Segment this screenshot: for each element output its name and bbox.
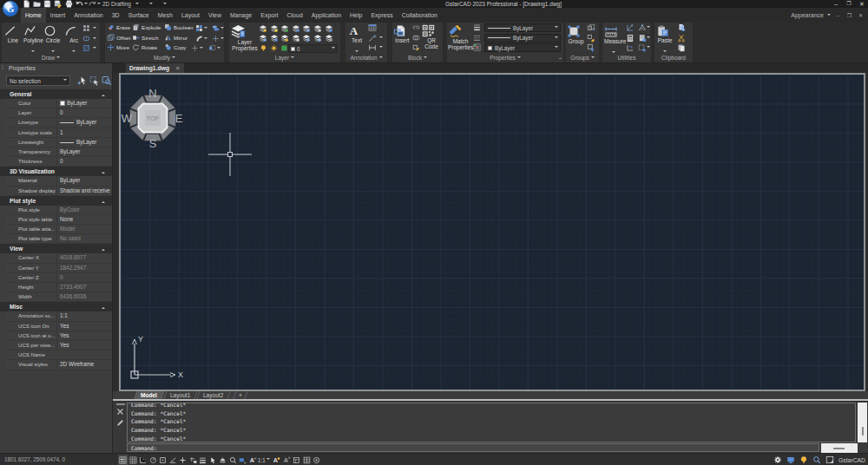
boolean-button[interactable]: Boolean: [164, 23, 194, 31]
palette-section-plot-style[interactable]: Plot style: [0, 196, 112, 206]
layer-freeze-button[interactable]: [302, 24, 311, 33]
ribbon-tab-view[interactable]: View: [204, 8, 226, 23]
save-file-button[interactable]: [43, 0, 51, 8]
status-dynamic-input-toggle[interactable]: [238, 455, 248, 465]
arc-button-caret-icon[interactable]: [72, 50, 76, 54]
window-minimize-button[interactable]: –: [831, 0, 841, 8]
command-close-icon[interactable]: [116, 408, 124, 416]
scale-rect-caret-icon[interactable]: [217, 47, 220, 50]
quick-select-button[interactable]: [101, 75, 112, 86]
layer-states-button[interactable]: [313, 24, 322, 33]
command-history[interactable]: Command: *Cancel*Command: *Cancel*Comman…: [127, 403, 856, 442]
doc-minimize-button[interactable]: –: [834, 13, 842, 18]
ribbon-tab-cloud[interactable]: Cloud: [283, 8, 307, 23]
property-value[interactable]: ByLayer: [56, 99, 110, 108]
circle-button-caret-icon[interactable]: [51, 50, 55, 54]
status-ortho-toggle[interactable]: [138, 455, 148, 465]
property-row[interactable]: Visual styles2D Wireframe: [6, 360, 112, 370]
status-snap-toggle[interactable]: [118, 455, 128, 465]
property-row[interactable]: TransparencyByLayer: [6, 147, 112, 157]
property-row[interactable]: UCS icon at o...Yes: [6, 331, 112, 341]
panel-groups-caret-icon[interactable]: [591, 56, 595, 60]
layer-properties-button[interactable]: Layer Properties: [231, 23, 259, 51]
match-properties-button[interactable]: Match Properties: [448, 23, 473, 50]
rotate-button[interactable]: Rotate: [132, 43, 157, 51]
panel-layer-caret-icon[interactable]: [291, 56, 294, 60]
panel-annotation-caret-icon[interactable]: [379, 56, 383, 60]
layout-tab-layout1[interactable]: Layout1: [163, 391, 197, 399]
lengthen-caret-icon[interactable]: [200, 47, 203, 50]
layout-tab-layout2[interactable]: Layout2: [196, 391, 230, 399]
horizontal-scroll-thumb[interactable]: [833, 448, 845, 449]
copy-base-button[interactable]: [677, 43, 686, 52]
palette-grip-icon[interactable]: ⁞: [2, 66, 5, 75]
ribbon-tab-mesh[interactable]: Mesh: [154, 8, 177, 23]
layer-off-button[interactable]: [325, 34, 333, 43]
print-button[interactable]: [65, 0, 73, 8]
mirror-button[interactable]: Mirror: [164, 34, 187, 42]
layer-thaw-button[interactable]: [270, 24, 279, 33]
property-row[interactable]: UCS per view...Yes: [6, 341, 112, 350]
save-as-button[interactable]: [54, 0, 62, 8]
status-osnap-angle-toggle[interactable]: [168, 455, 179, 465]
quick-select-caret-icon[interactable]: [647, 46, 650, 49]
text-button[interactable]: AText: [347, 23, 366, 59]
layer-lock-fade-button[interactable]: [325, 24, 333, 33]
ribbon-tab-application[interactable]: Application: [307, 8, 345, 23]
property-row[interactable]: Center X4018.8977: [6, 253, 112, 263]
linetype-dropdown-caret-icon[interactable]: [555, 26, 558, 29]
insert-button[interactable]: Insert: [393, 23, 411, 43]
status-gear-button[interactable]: [773, 455, 782, 465]
status-rows-toggle-toggle[interactable]: [301, 455, 312, 465]
section-collapse-icon[interactable]: [102, 170, 105, 174]
polyline-button[interactable]: Polyline: [23, 23, 43, 59]
add-layout-button[interactable]: +: [233, 391, 247, 399]
corner-button[interactable]: [626, 43, 635, 52]
quick-measure-button[interactable]: [626, 23, 635, 32]
palette-section-3d-visualization[interactable]: 3D Visualization: [0, 167, 112, 176]
array-caret-icon[interactable]: [204, 27, 207, 30]
doc-restore-button[interactable]: ❐: [845, 12, 853, 18]
annotation-scale-value[interactable]: 1:1: [258, 457, 266, 463]
layer-match-button[interactable]: [292, 24, 300, 33]
polyline-button-caret-icon[interactable]: [31, 50, 35, 54]
status-grid-toggle[interactable]: [128, 455, 139, 465]
property-row[interactable]: Plot style tableNone: [6, 215, 112, 225]
point-style-button[interactable]: [638, 34, 647, 43]
ellipse-button[interactable]: [82, 35, 90, 43]
cut-clip-button[interactable]: [677, 34, 686, 43]
color-dropdown[interactable]: ByLayer: [484, 43, 561, 52]
property-value[interactable]: Model: [56, 225, 110, 234]
status-lineweight-toggle-toggle[interactable]: [198, 455, 208, 465]
hatch-caret-icon[interactable]: [93, 47, 96, 50]
view-compass[interactable]: TOPNSWE: [121, 78, 196, 161]
array-button[interactable]: [195, 24, 203, 32]
measure-button[interactable]: Measure: [604, 23, 623, 60]
ellipse-caret-icon[interactable]: [93, 37, 96, 41]
property-value[interactable]: 4018.8977: [56, 253, 110, 263]
fillet-caret-icon[interactable]: [204, 37, 207, 41]
layer-make-current-button[interactable]: [280, 24, 289, 33]
command-grip-icon[interactable]: [116, 403, 125, 405]
status-annotation-visibility-toggle[interactable]: A: [272, 455, 282, 465]
vertical-scroll-thumb[interactable]: [862, 427, 864, 436]
layer-isolate-button[interactable]: [313, 34, 322, 43]
ribbon-tab-express[interactable]: Express: [366, 8, 397, 23]
layer-on-button[interactable]: [259, 24, 267, 33]
status-annotation-scale-icon-toggle[interactable]: A: [281, 455, 292, 465]
ribbon-tab-manage[interactable]: Manage: [226, 8, 256, 23]
ungroup-button[interactable]: [587, 34, 595, 43]
point-style-caret-icon[interactable]: [647, 36, 650, 40]
table-button[interactable]: [368, 23, 377, 32]
linetype-dropdown[interactable]: ByLayer: [484, 23, 561, 32]
sun-button[interactable]: [270, 44, 278, 52]
lightbulb-button[interactable]: [260, 44, 267, 52]
status-polar-toggle[interactable]: [148, 455, 159, 465]
plot-table-button[interactable]: [473, 43, 481, 51]
gstarcad-logo-icon[interactable]: G: [3, 1, 18, 16]
property-row[interactable]: Layer0: [6, 108, 112, 118]
group-create-button[interactable]: [587, 23, 595, 32]
status-snap-3d-toggle[interactable]: [178, 455, 188, 465]
property-row[interactable]: Annotation sc...1:1: [6, 311, 112, 321]
section-collapse-icon[interactable]: [102, 200, 105, 203]
